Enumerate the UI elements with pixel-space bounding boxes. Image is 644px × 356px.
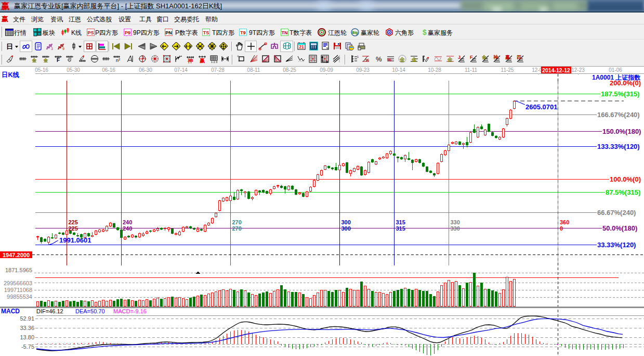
svg-text:P9: P9 xyxy=(125,30,130,35)
svg-text:08-11: 08-11 xyxy=(247,67,260,73)
svg-text:06-16: 06-16 xyxy=(102,67,115,73)
svg-text:金: 金 xyxy=(411,57,417,62)
svg-text:TN: TN xyxy=(282,30,288,35)
svg-text:金: 金 xyxy=(43,58,49,63)
svg-text:赢: 赢 xyxy=(505,55,510,60)
svg-text:MACD=-9.16: MACD=-9.16 xyxy=(113,308,147,314)
svg-text:%: % xyxy=(376,55,382,63)
svg-text:2605.0701: 2605.0701 xyxy=(525,103,557,111)
svg-text:MACD: MACD xyxy=(1,308,20,315)
svg-text:07-14: 07-14 xyxy=(174,67,188,73)
svg-text:TS: TS xyxy=(203,30,209,35)
svg-text:99855534: 99855534 xyxy=(7,294,32,300)
svg-text:%: % xyxy=(387,57,391,62)
svg-text:87.5%(315): 87.5%(315) xyxy=(606,188,640,196)
svg-text:315: 315 xyxy=(396,219,405,225)
svg-text:%: % xyxy=(365,58,369,62)
svg-text:240: 240 xyxy=(123,219,132,225)
svg-text:300: 300 xyxy=(341,225,351,232)
svg-text:1 2 3: 1 2 3 xyxy=(211,60,217,63)
svg-text:300: 300 xyxy=(341,219,351,225)
svg-text:33.33%(120): 33.33%(120) xyxy=(597,241,636,249)
svg-text:神: 神 xyxy=(493,55,498,60)
svg-text:神: 神 xyxy=(187,58,193,63)
svg-text:225: 225 xyxy=(69,219,78,225)
svg-text:PN: PN xyxy=(165,30,172,35)
svg-text:199711068: 199711068 xyxy=(4,287,32,293)
svg-text:11-25: 11-25 xyxy=(501,67,514,73)
svg-text:166.67%(240): 166.67%(240) xyxy=(597,111,640,119)
svg-text:315: 315 xyxy=(396,225,405,232)
svg-text:270: 270 xyxy=(232,219,242,225)
svg-text:07-28: 07-28 xyxy=(211,67,225,73)
svg-text:PS: PS xyxy=(87,30,94,35)
svg-text:四: 四 xyxy=(517,55,521,60)
svg-text:3: 3 xyxy=(51,47,53,50)
svg-text:05-16: 05-16 xyxy=(35,67,48,73)
svg-text:$: $ xyxy=(423,28,427,36)
svg-text:150.0%(180): 150.0%(180) xyxy=(602,128,641,135)
svg-text:50.0%(180): 50.0%(180) xyxy=(602,224,637,232)
svg-text:1871.5965: 1871.5965 xyxy=(5,267,32,273)
svg-text:09-23: 09-23 xyxy=(356,67,370,73)
svg-text:日: 日 xyxy=(6,43,13,50)
svg-text:330: 330 xyxy=(451,219,460,225)
svg-text:360: 360 xyxy=(560,219,569,225)
svg-text:33.36: 33.36 xyxy=(20,325,34,331)
svg-text:100.0%(0): 100.0%(0) xyxy=(610,175,641,183)
svg-text:9: 9 xyxy=(62,47,64,50)
svg-text:金: 金 xyxy=(32,58,37,63)
svg-text:0: 0 xyxy=(560,225,563,232)
svg-text:-5.75: -5.75 xyxy=(21,344,34,350)
svg-text:DEA=50.70: DEA=50.70 xyxy=(75,308,105,314)
svg-text:52.91: 52.91 xyxy=(20,315,34,322)
svg-text:1947.2000: 1947.2000 xyxy=(3,252,30,258)
svg-text:10-28: 10-28 xyxy=(428,67,441,73)
svg-text:金: 金 xyxy=(447,57,453,62)
svg-text:21: 21 xyxy=(299,44,304,49)
svg-text:05-30: 05-30 xyxy=(67,67,80,73)
svg-text:日K线: 日K线 xyxy=(2,71,20,79)
svg-text:66.67%(240): 66.67%(240) xyxy=(597,209,636,217)
svg-text:DIF=46.12: DIF=46.12 xyxy=(36,308,63,314)
svg-text:13.80: 13.80 xyxy=(20,334,34,340)
svg-text:225: 225 xyxy=(69,225,78,232)
svg-text:赢: 赢 xyxy=(199,58,205,63)
svg-text:01-06: 01-06 xyxy=(609,67,622,73)
svg-text:133.33%(120): 133.33%(120) xyxy=(597,143,640,150)
svg-text:2: 2 xyxy=(119,58,121,61)
svg-text:2014-12-12: 2014-12-12 xyxy=(542,67,570,73)
svg-text:09-09: 09-09 xyxy=(320,67,333,73)
svg-text:金: 金 xyxy=(399,57,405,62)
svg-text:200.0%(0): 200.0%(0) xyxy=(610,79,641,87)
svg-text:12-08: 12-08 xyxy=(532,67,545,73)
svg-text:12-23: 12-23 xyxy=(571,67,585,73)
svg-text:123: 123 xyxy=(357,55,359,58)
svg-text:270: 270 xyxy=(232,225,242,232)
svg-text:Big: Big xyxy=(352,31,358,35)
svg-text:08-25: 08-25 xyxy=(283,67,296,73)
svg-text:11-11: 11-11 xyxy=(465,67,478,73)
svg-text:10-14: 10-14 xyxy=(392,67,405,73)
svg-text:06-30: 06-30 xyxy=(139,67,152,73)
svg-text:240: 240 xyxy=(123,225,132,232)
svg-text:金: 金 xyxy=(481,55,487,60)
svg-text:1991.0601: 1991.0601 xyxy=(59,236,91,244)
svg-text:330: 330 xyxy=(451,225,460,232)
svg-text:187.5%(315): 187.5%(315) xyxy=(601,90,639,98)
svg-text:F: F xyxy=(57,57,60,63)
svg-text:T9: T9 xyxy=(240,30,246,35)
svg-text:J: J xyxy=(458,55,461,60)
svg-text:299566603: 299566603 xyxy=(4,280,32,286)
svg-text:F: F xyxy=(470,55,473,60)
svg-text:1A0001 上证指数: 1A0001 上证指数 xyxy=(592,74,641,81)
